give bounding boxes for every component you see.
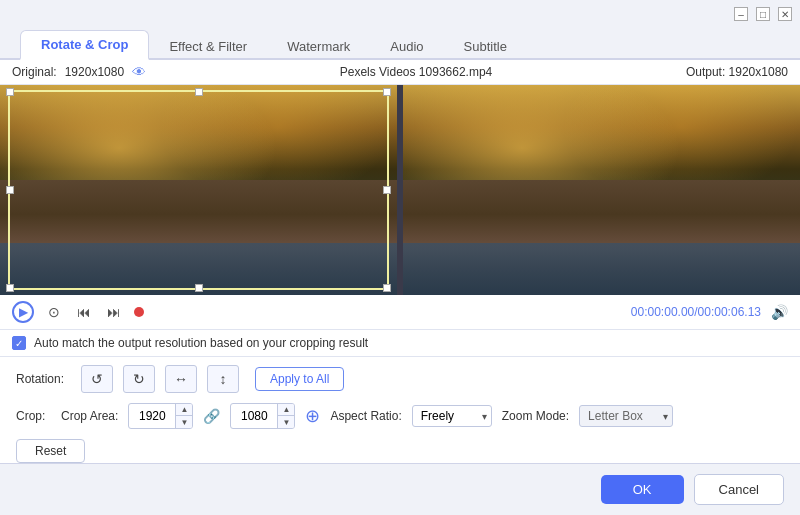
auto-match-checkbox[interactable]: ✓ [12,336,26,350]
ok-button[interactable]: OK [601,475,684,504]
output-label: Output: [686,65,725,79]
crop-height-spinners: ▲ ▼ [277,404,294,428]
center-crop-icon[interactable]: ⊕ [305,405,320,427]
rotation-label: Rotation: [16,372,71,386]
next-frame-button[interactable]: ⏭ [104,302,124,322]
eye-icon[interactable]: 👁 [132,64,146,80]
total-time: 00:00:06.13 [698,305,761,319]
record-indicator [134,307,144,317]
aspect-ratio-select-wrap: Freely 16:9 4:3 1:1 9:16 [412,405,492,427]
auto-match-bar: ✓ Auto match the output resolution based… [0,330,800,357]
stop-button[interactable]: ⊙ [44,302,64,322]
output-resolution: 1920x1080 [729,65,788,79]
tab-watermark[interactable]: Watermark [267,33,370,60]
cancel-button[interactable]: Cancel [694,474,784,505]
close-button[interactable]: ✕ [778,7,792,21]
crop-handle-bottom-right[interactable] [383,284,391,292]
reset-row: Reset [16,439,784,463]
crop-label: Crop: [16,409,51,423]
preview-left-panel [0,85,397,295]
info-bar: Original: 1920x1080 👁 Pexels Videos 1093… [0,60,800,85]
crop-height-up[interactable]: ▲ [278,404,294,416]
right-water-overlay [403,243,800,296]
crop-width-spinners: ▲ ▼ [175,404,192,428]
maximize-button[interactable]: □ [756,7,770,21]
preview-area [0,85,800,295]
original-resolution: 1920x1080 [65,65,124,79]
auto-match-label: Auto match the output resolution based o… [34,336,368,350]
crop-handle-top-center[interactable] [195,88,203,96]
crop-handle-top-right[interactable] [383,88,391,96]
reset-button[interactable]: Reset [16,439,85,463]
crop-handle-bottom-center[interactable] [195,284,203,292]
title-bar: – □ ✕ [0,0,800,28]
rotation-row: Rotation: ↺ ↻ ↔ ↕ Apply to All [16,365,784,393]
filename: Pexels Videos 1093662.mp4 [340,65,493,79]
crop-width-input-wrap: ▲ ▼ [128,403,193,429]
rotate-left-button[interactable]: ↺ [81,365,113,393]
right-video-frame [403,85,800,295]
flip-vertical-button[interactable]: ↕ [207,365,239,393]
bottom-bar: OK Cancel [0,463,800,515]
aspect-ratio-label: Aspect Ratio: [330,409,401,423]
playback-bar: ▶ ⊙ ⏮ ⏭ 00:00:00.00/00:00:06.13 🔊 [0,295,800,330]
crop-width-input[interactable] [129,406,175,426]
crop-area-label: Crop Area: [61,409,118,423]
minimize-button[interactable]: – [734,7,748,21]
flip-horizontal-button[interactable]: ↔ [165,365,197,393]
crop-height-input-wrap: ▲ ▼ [230,403,295,429]
tab-audio[interactable]: Audio [370,33,443,60]
current-time: 00:00:00.00 [631,305,694,319]
crop-row: Crop: Crop Area: ▲ ▼ 🔗 ▲ ▼ ⊕ Aspect Rati… [16,403,784,429]
crop-handle-middle-left[interactable] [6,186,14,194]
preview-right-panel [403,85,800,295]
crop-overlay[interactable] [8,90,389,290]
zoom-mode-select-wrap: Letter Box Pan & Scan Full [579,405,673,427]
rotate-right-button[interactable]: ↻ [123,365,155,393]
play-button[interactable]: ▶ [12,301,34,323]
time-display: 00:00:00.00/00:00:06.13 [631,305,761,319]
crop-handle-middle-right[interactable] [383,186,391,194]
apply-all-button[interactable]: Apply to All [255,367,344,391]
tabs-bar: Rotate & Crop Effect & Filter Watermark … [0,28,800,60]
original-label: Original: [12,65,57,79]
controls-area: Rotation: ↺ ↻ ↔ ↕ Apply to All Crop: Cro… [0,357,800,471]
crop-height-down[interactable]: ▼ [278,416,294,428]
volume-icon[interactable]: 🔊 [771,304,788,320]
crop-width-up[interactable]: ▲ [176,404,192,416]
tab-effect-filter[interactable]: Effect & Filter [149,33,267,60]
aspect-ratio-select[interactable]: Freely 16:9 4:3 1:1 9:16 [412,405,492,427]
crop-handle-bottom-left[interactable] [6,284,14,292]
link-icon[interactable]: 🔗 [203,408,220,424]
zoom-mode-select[interactable]: Letter Box Pan & Scan Full [579,405,673,427]
crop-height-input[interactable] [231,406,277,426]
crop-handle-top-left[interactable] [6,88,14,96]
zoom-mode-label: Zoom Mode: [502,409,569,423]
prev-frame-button[interactable]: ⏮ [74,302,94,322]
tab-subtitle[interactable]: Subtitle [444,33,527,60]
tab-rotate-crop[interactable]: Rotate & Crop [20,30,149,60]
crop-width-down[interactable]: ▼ [176,416,192,428]
